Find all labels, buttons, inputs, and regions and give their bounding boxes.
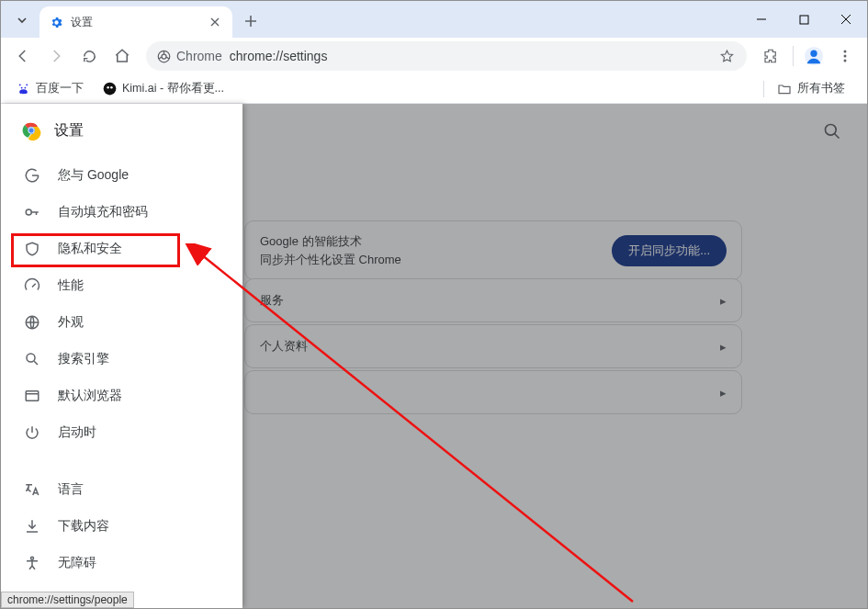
new-tab-button[interactable] — [238, 8, 264, 34]
google-g-icon — [23, 166, 41, 185]
nav-label: 下载内容 — [58, 518, 109, 535]
nav-item-on-startup[interactable]: 启动时 — [1, 414, 228, 451]
menu-button[interactable] — [830, 41, 860, 71]
svg-point-5 — [844, 51, 847, 53]
svg-point-8 — [103, 83, 116, 96]
bookmark-label: 百度一下 — [36, 81, 84, 96]
maximize-button[interactable] — [783, 1, 825, 38]
speedometer-icon — [23, 276, 41, 295]
baidu-icon — [16, 82, 30, 96]
svg-point-4 — [810, 51, 817, 57]
globe-icon — [23, 313, 41, 332]
bookmark-star-button[interactable] — [717, 49, 736, 64]
window-controls — [740, 1, 867, 38]
svg-point-6 — [844, 55, 847, 58]
svg-rect-18 — [26, 391, 39, 401]
accessibility-icon — [23, 554, 41, 572]
download-icon — [23, 517, 41, 536]
drawer-title: 设置 — [54, 121, 84, 141]
nav-label: 启动时 — [58, 424, 96, 441]
site-chip[interactable]: Chrome — [157, 49, 222, 63]
all-bookmarks-label: 所有书签 — [797, 81, 845, 96]
nav-label: 隐私和安全 — [58, 241, 122, 257]
tab-title: 设置 — [71, 15, 207, 30]
status-url: chrome://settings/people — [7, 593, 128, 606]
folder-icon — [777, 82, 792, 96]
chrome-icon — [157, 50, 171, 63]
search-icon — [23, 350, 41, 368]
nav-label: 性能 — [58, 277, 84, 294]
nav-item-language[interactable]: 语言 — [1, 471, 228, 508]
svg-point-15 — [26, 209, 31, 215]
nav-label: 搜索引擎 — [58, 351, 109, 367]
all-bookmarks-button[interactable]: 所有书签 — [772, 77, 851, 100]
overlay-dim[interactable] — [242, 104, 867, 608]
power-icon — [23, 423, 41, 442]
address-bar-url: chrome://settings — [230, 49, 717, 63]
back-button[interactable] — [8, 41, 38, 71]
svg-point-17 — [27, 354, 35, 362]
settings-drawer: 设置 您与 Google 自动填充和密码 隐私和安全 — [1, 104, 242, 608]
nav-label: 语言 — [58, 481, 84, 498]
chrome-logo-icon — [21, 120, 41, 141]
bookmarks-bar: 百度一下 Kimi.ai - 帮你看更... 所有书签 — [1, 74, 867, 104]
svg-rect-0 — [800, 16, 808, 24]
separator — [1, 451, 241, 471]
bookmark-item[interactable]: Kimi.ai - 帮你看更... — [96, 77, 230, 100]
divider — [793, 46, 794, 66]
address-bar[interactable]: Chrome chrome://settings — [146, 41, 747, 71]
nav-label: 外观 — [58, 314, 84, 331]
nav-item-downloads[interactable]: 下载内容 — [1, 508, 228, 545]
nav-item-autofill[interactable]: 自动填充和密码 — [1, 194, 228, 231]
svg-point-10 — [110, 86, 113, 89]
reload-button[interactable] — [74, 41, 104, 71]
key-icon — [23, 203, 41, 221]
svg-point-9 — [107, 86, 109, 89]
nav-label: 默认浏览器 — [58, 388, 122, 404]
nav-item-appearance[interactable]: 外观 — [1, 304, 228, 341]
content-area: Google 的智能技术 同步并个性化设置 Chrome 开启同步功能... 服… — [1, 104, 867, 608]
translate-icon — [23, 480, 41, 499]
bookmark-label: Kimi.ai - 帮你看更... — [122, 81, 224, 96]
drawer-nav[interactable]: 您与 Google 自动填充和密码 隐私和安全 性能 — [1, 157, 242, 608]
extensions-button[interactable] — [756, 41, 785, 71]
nav-item-you-and-google[interactable]: 您与 Google — [1, 157, 228, 194]
forward-button[interactable] — [41, 41, 71, 71]
svg-point-19 — [31, 557, 34, 559]
close-tab-button[interactable] — [207, 14, 223, 30]
minimize-button[interactable] — [740, 1, 783, 38]
tab-search-button[interactable] — [10, 8, 34, 32]
toolbar: Chrome chrome://settings — [1, 38, 867, 74]
title-bar: 设置 — [1, 1, 867, 38]
site-chip-label: Chrome — [176, 49, 222, 63]
bookmark-item[interactable]: 百度一下 — [10, 77, 89, 100]
nav-item-default-browser[interactable]: 默认浏览器 — [1, 378, 228, 414]
nav-item-accessibility[interactable]: 无障碍 — [1, 545, 228, 581]
nav-label: 自动填充和密码 — [58, 204, 148, 220]
status-bar: chrome://settings/people — [1, 592, 134, 608]
nav-item-performance[interactable]: 性能 — [1, 267, 228, 304]
svg-point-7 — [844, 60, 847, 62]
shield-icon — [23, 240, 41, 258]
browser-tab[interactable]: 设置 — [39, 6, 232, 38]
divider — [763, 81, 764, 97]
nav-label: 无障碍 — [58, 555, 96, 571]
home-button[interactable] — [107, 41, 137, 71]
drawer-header: 设置 — [1, 104, 242, 157]
svg-point-2 — [162, 54, 166, 59]
nav-label: 您与 Google — [58, 167, 129, 184]
nav-item-search-engine[interactable]: 搜索引擎 — [1, 341, 228, 378]
close-window-button[interactable] — [825, 1, 867, 38]
nav-item-privacy[interactable]: 隐私和安全 — [1, 231, 228, 267]
window-icon — [23, 387, 41, 405]
gear-icon — [49, 15, 63, 29]
profile-button[interactable] — [801, 43, 827, 69]
kimi-icon — [102, 82, 117, 96]
